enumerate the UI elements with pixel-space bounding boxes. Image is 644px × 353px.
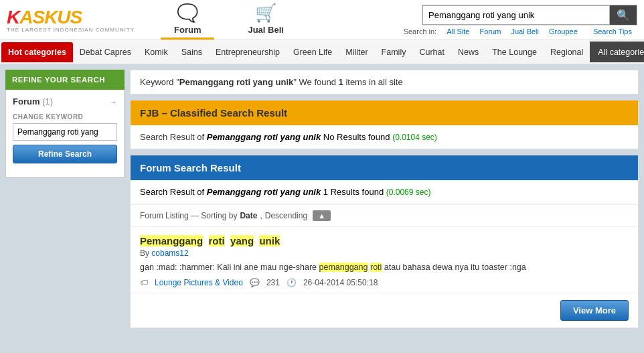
forum-icon: 🗨️ bbox=[177, 3, 198, 23]
cat-curhat[interactable]: Curhat bbox=[412, 42, 451, 62]
sort-direction-button[interactable]: ▲ bbox=[313, 210, 331, 221]
date-icon: 🕐 bbox=[287, 278, 297, 287]
result-meta: 🏷 Lounge Pictures & Video 💬 231 🕐 26-04-… bbox=[140, 278, 629, 287]
search-area: 🔍 Search in: All Site Forum Jual Beli Gr… bbox=[404, 5, 637, 36]
cat-thelounge[interactable]: The Lounge bbox=[485, 42, 544, 62]
result-author: By cobams12 bbox=[140, 249, 629, 258]
sort-field: Date bbox=[240, 211, 257, 220]
refine-header: REFINE YOUR SEARCH bbox=[5, 70, 125, 90]
search-button[interactable]: 🔍 bbox=[610, 5, 637, 25]
comment-count: 231 bbox=[266, 278, 280, 287]
search-groupee[interactable]: Groupee bbox=[549, 27, 578, 36]
fjb-result-prefix: Search Result of bbox=[140, 132, 207, 142]
fjb-keyword: Pemanggang roti yang unik bbox=[207, 132, 321, 142]
header: KASKUS THE LARGEST INDONESIAN COMMUNITY … bbox=[0, 0, 644, 40]
keyword-input[interactable] bbox=[13, 123, 117, 141]
title-highlight-4: unik bbox=[259, 235, 280, 246]
cat-all[interactable]: All categories ▾ bbox=[590, 42, 644, 62]
cat-family[interactable]: Family bbox=[375, 42, 413, 62]
fjb-section-body: Search Result of Pemanggang roti yang un… bbox=[131, 125, 638, 149]
cat-all-label: All categories bbox=[598, 48, 644, 57]
fjb-section-header: FJB – Classified Search Result bbox=[131, 100, 638, 125]
forum-section-body: Search Result of Pemanggang roti yang un… bbox=[131, 180, 638, 204]
fjb-section: FJB – Classified Search Result Search Re… bbox=[130, 100, 639, 149]
forum-filter-section: Forum (1) → bbox=[13, 96, 117, 107]
listing-comma: , bbox=[260, 211, 262, 220]
forum-filter-title[interactable]: Forum (1) → bbox=[13, 96, 117, 107]
cat-sains[interactable]: Sains bbox=[175, 42, 209, 62]
result-snippet: gan :mad: :hammer: Kali ini ane mau nge-… bbox=[140, 261, 629, 274]
forum-results-found: 1 Results found bbox=[321, 187, 386, 197]
cat-komik[interactable]: Komik bbox=[138, 42, 175, 62]
title-highlight-3: yang bbox=[230, 235, 254, 246]
forum-time: (0.0069 sec) bbox=[386, 188, 431, 197]
title-highlight-2: roti bbox=[209, 235, 225, 246]
author-prefix: By bbox=[140, 249, 151, 258]
cat-entrepreneurship[interactable]: Entrepreneurship bbox=[209, 42, 287, 62]
tag-link[interactable]: Lounge Pictures & Video bbox=[155, 278, 243, 287]
snippet-highlight-2: roti bbox=[370, 263, 382, 272]
content-area: Keyword "Pemanggang roti yang unik" We f… bbox=[130, 70, 639, 334]
keyword-summary-suffix2: items in all site bbox=[343, 77, 403, 87]
forum-section-header: Forum Search Result bbox=[131, 155, 638, 180]
cat-militer[interactable]: Militer bbox=[339, 42, 374, 62]
comment-icon: 💬 bbox=[250, 278, 260, 287]
search-in-label: Search in: bbox=[404, 27, 437, 36]
forum-section: Forum Search Result Search Result of Pem… bbox=[130, 155, 639, 328]
keyword-summary-count: 1 bbox=[339, 77, 343, 87]
change-keyword-label: CHANGE KEYWORD bbox=[13, 113, 117, 121]
cat-debatcapres[interactable]: Debat Capres bbox=[73, 42, 138, 62]
view-more-button[interactable]: View More bbox=[560, 300, 629, 321]
keyword-summary: Keyword "Pemanggang roti yang unik" We f… bbox=[130, 70, 639, 94]
title-highlight-1: Pemanggang bbox=[140, 235, 203, 246]
logo-subtitle: THE LARGEST INDONESIAN COMMUNITY bbox=[7, 27, 147, 33]
search-tips-link[interactable]: Search Tips bbox=[593, 27, 632, 36]
arrow-icon: → bbox=[110, 98, 117, 106]
snippet-start: gan :mad: :hammer: Kali ini ane mau nge-… bbox=[140, 263, 319, 272]
nav-jualbeli[interactable]: 🛒 Jual Beli bbox=[234, 0, 297, 40]
forum-filter-label: Forum (1) bbox=[13, 96, 53, 107]
fjb-time: (0.0104 sec) bbox=[392, 133, 437, 142]
forum-keyword: Pemanggang roti yang unik bbox=[207, 187, 321, 197]
keyword-summary-prefix: Keyword " bbox=[140, 77, 179, 87]
snippet-highlight-1: pemanggang bbox=[319, 263, 368, 272]
category-nav: Hot categories Debat Capres Komik Sains … bbox=[0, 40, 644, 64]
snippet-end: atau bahasa dewa nya itu toaster :nga bbox=[382, 263, 526, 272]
cat-regional[interactable]: Regional bbox=[544, 42, 590, 62]
logo-area: KASKUS THE LARGEST INDONESIAN COMMUNITY bbox=[7, 7, 147, 33]
result-item: Pemanggang roti yang unik By cobams12 ga… bbox=[131, 227, 638, 293]
search-all-site[interactable]: All Site bbox=[447, 27, 469, 36]
cat-hot[interactable]: Hot categories bbox=[1, 42, 73, 62]
search-box-row: 🔍 bbox=[422, 5, 637, 25]
sidebar: REFINE YOUR SEARCH Forum (1) → CHANGE KE… bbox=[5, 70, 125, 334]
listing-header-text: Forum Listing — Sorting by bbox=[140, 211, 237, 220]
nav-icons: 🗨️ Forum 🛒 Jual Beli bbox=[161, 0, 297, 40]
nav-forum[interactable]: 🗨️ Forum bbox=[161, 0, 214, 40]
sidebar-content: Forum (1) → CHANGE KEYWORD Refine Search bbox=[5, 90, 125, 178]
view-more-row: View More bbox=[131, 293, 638, 328]
logo: KASKUS bbox=[7, 7, 147, 28]
tag-icon: 🏷 bbox=[140, 278, 148, 287]
jualbeli-icon: 🛒 bbox=[255, 3, 276, 23]
fjb-no-results: No Results found bbox=[321, 132, 392, 142]
cat-news[interactable]: News bbox=[451, 42, 485, 62]
search-forum[interactable]: Forum bbox=[480, 27, 501, 36]
result-title[interactable]: Pemanggang roti yang unik bbox=[140, 235, 629, 246]
nav-jualbeli-label: Jual Beli bbox=[248, 25, 283, 35]
search-input[interactable] bbox=[422, 5, 610, 25]
forum-listing-header: Forum Listing — Sorting by Date , Descen… bbox=[131, 204, 638, 227]
result-date: 26-04-2014 05:50:18 bbox=[303, 278, 378, 287]
keyword-summary-suffix: " We found bbox=[293, 77, 338, 87]
change-keyword-section: CHANGE KEYWORD Refine Search bbox=[13, 113, 117, 163]
sort-order: Descending bbox=[265, 211, 307, 220]
main-layout: REFINE YOUR SEARCH Forum (1) → CHANGE KE… bbox=[0, 64, 644, 339]
search-jualbeli[interactable]: Jual Beli bbox=[511, 27, 539, 36]
keyword-summary-keyword: Pemanggang roti yang unik bbox=[179, 77, 293, 87]
forum-result-prefix: Search Result of bbox=[140, 187, 207, 197]
refine-search-button[interactable]: Refine Search bbox=[13, 145, 117, 163]
nav-forum-label: Forum bbox=[174, 25, 201, 35]
search-sub: Search in: All Site Forum Jual Beli Grou… bbox=[404, 27, 637, 36]
author-link[interactable]: cobams12 bbox=[151, 249, 188, 258]
cat-greenlife[interactable]: Green Life bbox=[287, 42, 339, 62]
